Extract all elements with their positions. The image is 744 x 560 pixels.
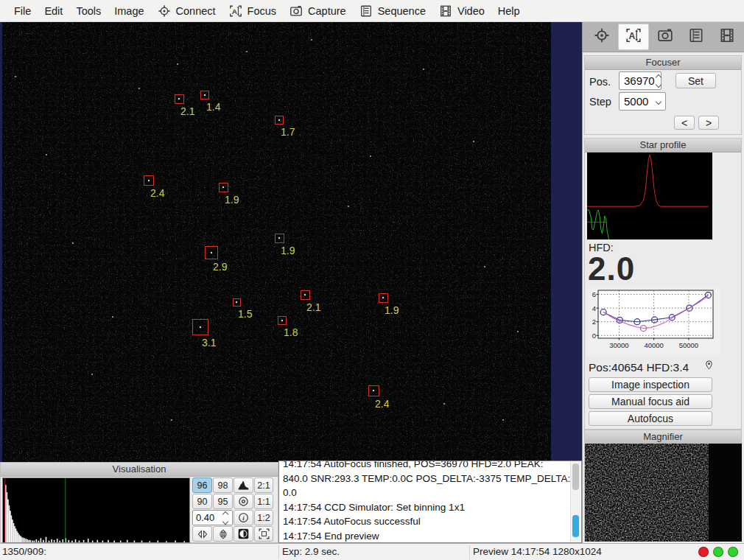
camera-icon bbox=[289, 4, 303, 18]
histogram-mode-button[interactable] bbox=[234, 477, 253, 493]
star-hfd-label: 1.7 bbox=[281, 127, 295, 137]
menu-file[interactable]: File bbox=[7, 3, 38, 19]
flip-vertical-button[interactable] bbox=[213, 526, 233, 542]
panel-tab-camera[interactable] bbox=[650, 24, 680, 49]
status-light-0 bbox=[698, 547, 709, 557]
panel-toolbar: A bbox=[583, 22, 744, 52]
stretch-96-button[interactable]: 96 bbox=[192, 477, 212, 493]
detected-star-box[interactable] bbox=[233, 298, 241, 307]
image-viewport[interactable]: 2.11.41.72.41.91.92.91.52.11.93.11.82.4 bbox=[0, 22, 582, 462]
menu-image[interactable]: Image bbox=[108, 3, 150, 19]
detected-star-box[interactable] bbox=[275, 234, 284, 243]
star-hfd-label: 1.8 bbox=[284, 327, 298, 337]
sequence-icon bbox=[359, 4, 373, 18]
image-inspection-button[interactable]: Image inspection bbox=[589, 377, 712, 392]
menu-label: Capture bbox=[308, 5, 346, 17]
info-button[interactable]: i bbox=[234, 510, 253, 525]
log-line: 14:17:54 End preview bbox=[283, 529, 568, 544]
star-hfd-label: 2.1 bbox=[306, 302, 320, 312]
right-panel: A Focuser Pos. 36970 Set Step 5000 < > S… bbox=[582, 22, 744, 543]
detected-star-box[interactable] bbox=[368, 385, 379, 396]
log-panel: 14:17:54 AutoFocus finished, POS=36970 H… bbox=[278, 461, 582, 543]
detected-star-box[interactable] bbox=[278, 316, 287, 325]
menu-capture[interactable]: Capture bbox=[283, 2, 353, 20]
menu-help[interactable]: Help bbox=[491, 3, 527, 19]
status-light-2 bbox=[728, 547, 738, 557]
zoom-2-1-button[interactable]: 2:1 bbox=[254, 477, 273, 493]
flip-horizontal-button[interactable] bbox=[192, 526, 212, 542]
menu-label: Tools bbox=[76, 5, 101, 17]
svg-text:40000: 40000 bbox=[644, 341, 663, 349]
invert-button[interactable] bbox=[234, 526, 253, 542]
svg-text:6: 6 bbox=[592, 290, 596, 298]
gamma-spinner[interactable]: 0.40 bbox=[192, 510, 233, 525]
stretch-95-button[interactable]: 95 bbox=[213, 494, 233, 509]
statusbar: 1350/909: Exp: 2.9 sec. Preview 14:17:54… bbox=[0, 543, 744, 560]
info-icon: i bbox=[237, 511, 250, 524]
detected-star-box[interactable] bbox=[301, 290, 310, 300]
svg-text:A: A bbox=[628, 31, 635, 41]
menu-video[interactable]: Video bbox=[432, 2, 491, 20]
log-line: 840.0 SNR:293.3 TEMP:0.0C POS_DELTA:-337… bbox=[283, 472, 568, 486]
hfd-value: 2.0 bbox=[588, 253, 635, 285]
menu-label: Edit bbox=[44, 5, 63, 17]
selection-frame-button[interactable] bbox=[254, 526, 273, 542]
scrollbar-thumb[interactable] bbox=[572, 463, 579, 490]
preview-status: Preview 14:17:54 1280x1024 bbox=[473, 546, 602, 557]
focuser-step-select[interactable]: 5000 bbox=[619, 92, 666, 111]
flip-vertical-icon bbox=[217, 528, 229, 540]
scrollbar-indicator[interactable] bbox=[572, 515, 579, 537]
star-hfd-label: 1.9 bbox=[225, 195, 239, 205]
star-hfd-label: 2.4 bbox=[150, 188, 164, 198]
detected-star-box[interactable] bbox=[192, 319, 208, 335]
exposure-status: Exp: 2.9 sec. bbox=[282, 546, 340, 557]
panel-tab-video[interactable] bbox=[712, 24, 742, 49]
focuser-set-button[interactable]: Set bbox=[675, 73, 716, 88]
zoom-1-2-button[interactable]: 1:2 bbox=[254, 510, 273, 525]
focuser-pos-label: Pos. bbox=[589, 76, 611, 88]
log-line: 14:17:54 AutoFocus finished, POS=36970 H… bbox=[283, 461, 568, 472]
detected-star-box[interactable] bbox=[175, 94, 184, 104]
star-profile-header: Star profile bbox=[585, 139, 741, 153]
focuser-position-input[interactable]: 36970 bbox=[619, 71, 661, 90]
focuser-out-button[interactable]: > bbox=[698, 116, 719, 130]
menu-edit[interactable]: Edit bbox=[38, 3, 69, 19]
vcurve-plot: 0246300004000050000 bbox=[586, 288, 720, 356]
focuser-in-button[interactable]: < bbox=[674, 116, 695, 130]
star-hfd-label: 3.1 bbox=[202, 337, 216, 348]
star-hfd-label: 1.5 bbox=[238, 309, 252, 319]
focuser-step-label: Step bbox=[589, 96, 611, 108]
video-icon bbox=[439, 4, 452, 18]
log-scrollbar[interactable] bbox=[570, 462, 580, 542]
menu-focus[interactable]: AFocus bbox=[222, 2, 284, 20]
histogram-icon bbox=[237, 479, 250, 491]
detected-star-box[interactable] bbox=[144, 175, 154, 186]
menu-sequence[interactable]: Sequence bbox=[353, 2, 432, 20]
detected-star-box[interactable] bbox=[219, 183, 228, 192]
device-status-lights bbox=[698, 547, 738, 557]
stretch-90-button[interactable]: 90 bbox=[192, 494, 212, 509]
manual-focus-aid-button[interactable]: Manual focus aid bbox=[589, 394, 712, 409]
magnifier-image bbox=[585, 444, 742, 542]
detected-star-box[interactable] bbox=[275, 116, 284, 125]
svg-text:4: 4 bbox=[592, 304, 596, 312]
histogram-plot[interactable] bbox=[2, 477, 190, 543]
panel-tab-sequence[interactable] bbox=[681, 24, 711, 49]
detected-star-box[interactable] bbox=[200, 91, 209, 99]
panel-tab-target[interactable] bbox=[587, 24, 617, 49]
star-profile-group: Star profile HFD: 2.0 024630000400005000… bbox=[584, 138, 742, 430]
autofocus-button[interactable]: Autofocus bbox=[589, 411, 712, 426]
bullseye-button[interactable] bbox=[234, 494, 253, 509]
svg-text:50000: 50000 bbox=[679, 341, 698, 349]
detected-star-box[interactable] bbox=[205, 246, 218, 259]
cursor-coords: 1350/909: bbox=[2, 546, 46, 557]
panel-tab-focus[interactable]: A bbox=[618, 24, 649, 50]
log-line: 14:17:54 AutoFocus successful bbox=[283, 514, 568, 529]
menu-connect[interactable]: Connect bbox=[151, 2, 222, 20]
menu-tools[interactable]: Tools bbox=[69, 3, 108, 19]
invert-icon bbox=[237, 528, 250, 540]
stretch-98-button[interactable]: 98 bbox=[213, 477, 233, 493]
focuser-step-value: 5000 bbox=[620, 95, 655, 108]
detected-star-box[interactable] bbox=[379, 293, 388, 303]
zoom-1-1-button[interactable]: 1:1 bbox=[254, 494, 273, 509]
